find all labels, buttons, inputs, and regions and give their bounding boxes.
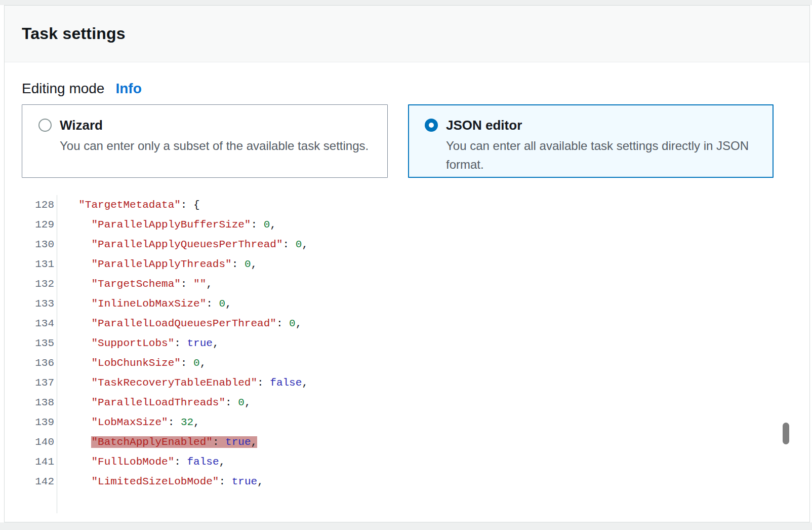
tile-description: You can enter all available task setting…: [446, 136, 750, 174]
line-number: 128: [21, 195, 57, 215]
tile-title: JSON editor: [446, 117, 750, 133]
code-line[interactable]: 128 "TargetMetadata": {: [21, 195, 794, 215]
line-number: 140: [21, 432, 57, 452]
line-number: 136: [21, 353, 57, 373]
info-link[interactable]: Info: [115, 81, 141, 97]
line-number: 141: [21, 452, 57, 472]
code-line[interactable]: 131 "ParallelApplyThreads": 0,: [21, 254, 794, 274]
code-line[interactable]: 129 "ParallelApplyBufferSize": 0,: [21, 215, 794, 235]
code-line[interactable]: 141 "FullLobMode": false,: [21, 452, 794, 472]
line-number: 134: [21, 314, 57, 333]
page-background-strip-top: [0, 0, 812, 5]
json-editor-code-area[interactable]: 128 "TargetMetadata": { 129 "ParallelApp…: [21, 195, 794, 513]
code-line[interactable]: 137 "TaskRecoveryTableEnabled": false,: [21, 373, 794, 393]
editing-mode-row: Editing mode Info: [22, 81, 142, 97]
highlighted-code-line[interactable]: 140 "BatchApplyEnabled": true,: [21, 432, 794, 452]
line-number: 133: [21, 294, 57, 314]
tile-description: You can enter only a subset of the avail…: [60, 136, 369, 155]
page-background-strip-bottom: [0, 522, 812, 530]
code-line[interactable]: 138 "ParallelLoadThreads": 0,: [21, 393, 794, 412]
line-number: 130: [21, 235, 57, 254]
code-line[interactable]: 133 "InlineLobMaxSize": 0,: [21, 294, 794, 314]
editor-scrollbar-thumb[interactable]: [783, 423, 789, 444]
task-settings-panel: Task settings Editing mode Info Wizard Y…: [4, 5, 810, 522]
code-line[interactable]: 132 "TargetSchema": "",: [21, 274, 794, 294]
editing-mode-label: Editing mode: [22, 81, 104, 97]
tile-title: Wizard: [60, 117, 369, 133]
editing-mode-tile-wizard[interactable]: Wizard You can enter only a subset of th…: [22, 104, 388, 178]
gutter-separator: [57, 195, 57, 513]
line-number: 135: [21, 333, 57, 353]
code-line[interactable]: 139 "LobMaxSize": 32,: [21, 412, 794, 432]
code-line[interactable]: 136 "LobChunkSize": 0,: [21, 353, 794, 373]
code-line[interactable]: 142 "LimitedSizeLobMode": true,: [21, 472, 794, 491]
line-number: 142: [21, 472, 57, 491]
code-line[interactable]: 135 "SupportLobs": true,: [21, 333, 794, 353]
radio-button-icon[interactable]: [38, 119, 52, 132]
line-number: 137: [21, 373, 57, 393]
code-line[interactable]: 134 "ParallelLoadQueuesPerThread": 0,: [21, 314, 794, 333]
radio-button-icon[interactable]: [425, 119, 438, 132]
line-number: 129: [21, 215, 57, 235]
line-number: 139: [21, 412, 57, 432]
line-number: 131: [21, 254, 57, 274]
line-number: 132: [21, 274, 57, 294]
editing-mode-tile-json-editor[interactable]: JSON editor You can enter all available …: [408, 104, 774, 178]
page-title: Task settings: [22, 24, 126, 43]
line-number: 138: [21, 393, 57, 412]
panel-header: Task settings: [5, 6, 809, 62]
code-line[interactable]: 130 "ParallelApplyQueuesPerThread": 0,: [21, 235, 794, 254]
